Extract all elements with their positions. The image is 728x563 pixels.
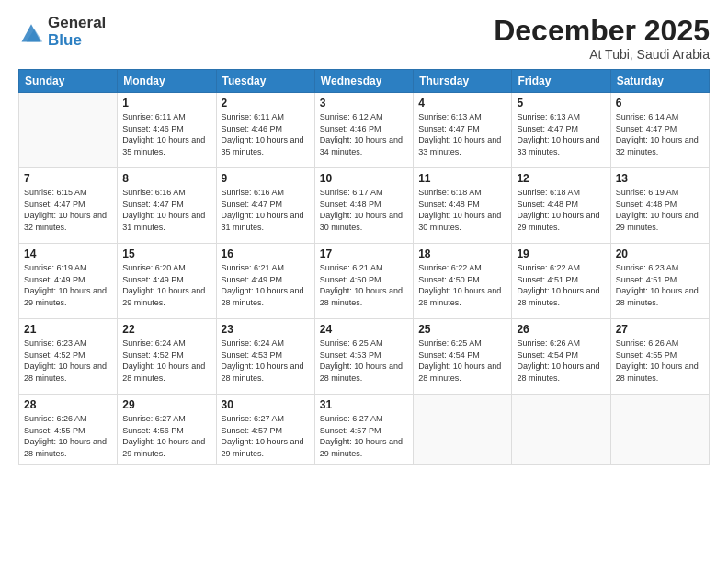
day-info: Sunrise: 6:16 AMSunset: 4:47 PMDaylight:… bbox=[222, 187, 310, 233]
calendar-cell: 17Sunrise: 6:21 AMSunset: 4:50 PMDayligh… bbox=[314, 244, 413, 319]
day-number: 3 bbox=[320, 97, 408, 109]
day-number: 13 bbox=[616, 172, 704, 185]
calendar-cell: 3Sunrise: 6:12 AMSunset: 4:46 PMDaylight… bbox=[314, 93, 413, 168]
day-info: Sunrise: 6:24 AMSunset: 4:52 PMDaylight:… bbox=[122, 338, 210, 384]
day-number: 11 bbox=[418, 172, 506, 185]
day-number: 6 bbox=[616, 97, 704, 109]
calendar-cell: 6Sunrise: 6:14 AMSunset: 4:47 PMDaylight… bbox=[610, 93, 709, 168]
logo-general: General bbox=[48, 15, 106, 32]
day-info: Sunrise: 6:21 AMSunset: 4:49 PMDaylight:… bbox=[222, 262, 310, 308]
calendar-cell: 13Sunrise: 6:19 AMSunset: 4:48 PMDayligh… bbox=[610, 168, 709, 244]
calendar-cell: 24Sunrise: 6:25 AMSunset: 4:53 PMDayligh… bbox=[314, 319, 413, 395]
calendar: SundayMondayTuesdayWednesdayThursdayFrid… bbox=[18, 69, 710, 464]
day-info: Sunrise: 6:23 AMSunset: 4:51 PMDaylight:… bbox=[616, 262, 704, 308]
day-number: 12 bbox=[517, 172, 605, 185]
day-number: 8 bbox=[122, 172, 210, 185]
logo-blue: Blue bbox=[48, 32, 106, 50]
day-info: Sunrise: 6:11 AMSunset: 4:46 PMDaylight:… bbox=[122, 111, 210, 157]
calendar-cell: 28Sunrise: 6:26 AMSunset: 4:55 PMDayligh… bbox=[19, 395, 118, 464]
day-info: Sunrise: 6:23 AMSunset: 4:52 PMDaylight:… bbox=[24, 338, 112, 384]
day-info: Sunrise: 6:18 AMSunset: 4:48 PMDaylight:… bbox=[517, 187, 605, 233]
calendar-cell bbox=[19, 93, 118, 168]
calendar-cell: 10Sunrise: 6:17 AMSunset: 4:48 PMDayligh… bbox=[314, 168, 413, 244]
day-info: Sunrise: 6:19 AMSunset: 4:48 PMDaylight:… bbox=[616, 187, 704, 233]
day-info: Sunrise: 6:15 AMSunset: 4:47 PMDaylight:… bbox=[24, 187, 112, 233]
calendar-cell: 29Sunrise: 6:27 AMSunset: 4:56 PMDayligh… bbox=[118, 395, 216, 464]
subtitle: At Tubi, Saudi Arabia bbox=[494, 47, 710, 62]
day-number: 16 bbox=[222, 247, 310, 260]
title-block: December 2025 At Tubi, Saudi Arabia bbox=[494, 15, 710, 62]
day-number: 19 bbox=[517, 247, 605, 260]
day-number: 21 bbox=[24, 323, 112, 336]
day-number: 2 bbox=[222, 97, 310, 109]
calendar-cell: 4Sunrise: 6:13 AMSunset: 4:47 PMDaylight… bbox=[414, 93, 512, 168]
calendar-cell: 31Sunrise: 6:27 AMSunset: 4:57 PMDayligh… bbox=[314, 395, 413, 464]
day-number: 27 bbox=[616, 323, 704, 336]
weekday-header-wednesday: Wednesday bbox=[314, 70, 413, 93]
weekday-header-saturday: Saturday bbox=[610, 70, 709, 93]
day-number: 20 bbox=[616, 247, 704, 260]
day-info: Sunrise: 6:27 AMSunset: 4:57 PMDaylight:… bbox=[222, 413, 310, 459]
calendar-cell: 2Sunrise: 6:11 AMSunset: 4:46 PMDaylight… bbox=[216, 93, 314, 168]
calendar-cell: 16Sunrise: 6:21 AMSunset: 4:49 PMDayligh… bbox=[216, 244, 314, 319]
header: General Blue December 2025 At Tubi, Saud… bbox=[18, 15, 710, 62]
day-number: 17 bbox=[320, 247, 408, 260]
day-info: Sunrise: 6:24 AMSunset: 4:53 PMDaylight:… bbox=[222, 338, 310, 384]
day-info: Sunrise: 6:13 AMSunset: 4:47 PMDaylight:… bbox=[517, 111, 605, 157]
day-number: 30 bbox=[222, 398, 310, 411]
page: General Blue December 2025 At Tubi, Saud… bbox=[0, 0, 728, 563]
day-info: Sunrise: 6:26 AMSunset: 4:55 PMDaylight:… bbox=[24, 413, 112, 459]
day-info: Sunrise: 6:21 AMSunset: 4:50 PMDaylight:… bbox=[320, 262, 408, 308]
day-number: 14 bbox=[24, 247, 112, 260]
day-info: Sunrise: 6:11 AMSunset: 4:46 PMDaylight:… bbox=[222, 111, 310, 157]
day-number: 18 bbox=[418, 247, 506, 260]
day-info: Sunrise: 6:27 AMSunset: 4:56 PMDaylight:… bbox=[122, 413, 210, 459]
day-number: 29 bbox=[122, 398, 210, 411]
calendar-cell: 26Sunrise: 6:26 AMSunset: 4:54 PMDayligh… bbox=[512, 319, 610, 395]
day-number: 22 bbox=[122, 323, 210, 336]
day-number: 9 bbox=[222, 172, 310, 185]
calendar-cell: 19Sunrise: 6:22 AMSunset: 4:51 PMDayligh… bbox=[512, 244, 610, 319]
calendar-cell: 27Sunrise: 6:26 AMSunset: 4:55 PMDayligh… bbox=[610, 319, 709, 395]
logo-icon bbox=[18, 19, 44, 45]
day-info: Sunrise: 6:17 AMSunset: 4:48 PMDaylight:… bbox=[320, 187, 408, 233]
main-title: December 2025 bbox=[494, 15, 710, 47]
calendar-cell bbox=[610, 395, 709, 464]
calendar-cell: 11Sunrise: 6:18 AMSunset: 4:48 PMDayligh… bbox=[414, 168, 512, 244]
day-number: 5 bbox=[517, 97, 605, 109]
weekday-header-thursday: Thursday bbox=[414, 70, 512, 93]
day-number: 31 bbox=[320, 398, 408, 411]
day-info: Sunrise: 6:12 AMSunset: 4:46 PMDaylight:… bbox=[320, 111, 408, 157]
calendar-cell bbox=[414, 395, 512, 464]
day-info: Sunrise: 6:25 AMSunset: 4:53 PMDaylight:… bbox=[320, 338, 408, 384]
weekday-header-monday: Monday bbox=[118, 70, 216, 93]
week-row-3: 14Sunrise: 6:19 AMSunset: 4:49 PMDayligh… bbox=[19, 244, 710, 319]
day-info: Sunrise: 6:26 AMSunset: 4:55 PMDaylight:… bbox=[616, 338, 704, 384]
day-number: 7 bbox=[24, 172, 112, 185]
day-number: 26 bbox=[517, 323, 605, 336]
calendar-cell: 23Sunrise: 6:24 AMSunset: 4:53 PMDayligh… bbox=[216, 319, 314, 395]
week-row-1: 1Sunrise: 6:11 AMSunset: 4:46 PMDaylight… bbox=[19, 93, 710, 168]
calendar-cell: 5Sunrise: 6:13 AMSunset: 4:47 PMDaylight… bbox=[512, 93, 610, 168]
calendar-cell: 22Sunrise: 6:24 AMSunset: 4:52 PMDayligh… bbox=[118, 319, 216, 395]
day-info: Sunrise: 6:14 AMSunset: 4:47 PMDaylight:… bbox=[616, 111, 704, 157]
logo: General Blue bbox=[18, 15, 106, 49]
day-number: 15 bbox=[122, 247, 210, 260]
day-info: Sunrise: 6:25 AMSunset: 4:54 PMDaylight:… bbox=[418, 338, 506, 384]
day-info: Sunrise: 6:19 AMSunset: 4:49 PMDaylight:… bbox=[24, 262, 112, 308]
weekday-header-sunday: Sunday bbox=[19, 70, 118, 93]
day-info: Sunrise: 6:22 AMSunset: 4:51 PMDaylight:… bbox=[517, 262, 605, 308]
day-info: Sunrise: 6:26 AMSunset: 4:54 PMDaylight:… bbox=[517, 338, 605, 384]
day-info: Sunrise: 6:18 AMSunset: 4:48 PMDaylight:… bbox=[418, 187, 506, 233]
day-info: Sunrise: 6:13 AMSunset: 4:47 PMDaylight:… bbox=[418, 111, 506, 157]
week-row-5: 28Sunrise: 6:26 AMSunset: 4:55 PMDayligh… bbox=[19, 395, 710, 464]
calendar-cell: 20Sunrise: 6:23 AMSunset: 4:51 PMDayligh… bbox=[610, 244, 709, 319]
calendar-cell bbox=[512, 395, 610, 464]
calendar-cell: 21Sunrise: 6:23 AMSunset: 4:52 PMDayligh… bbox=[19, 319, 118, 395]
day-number: 25 bbox=[418, 323, 506, 336]
logo-text: General Blue bbox=[48, 15, 106, 49]
day-number: 10 bbox=[320, 172, 408, 185]
calendar-cell: 25Sunrise: 6:25 AMSunset: 4:54 PMDayligh… bbox=[414, 319, 512, 395]
day-info: Sunrise: 6:27 AMSunset: 4:57 PMDaylight:… bbox=[320, 413, 408, 459]
calendar-cell: 8Sunrise: 6:16 AMSunset: 4:47 PMDaylight… bbox=[118, 168, 216, 244]
